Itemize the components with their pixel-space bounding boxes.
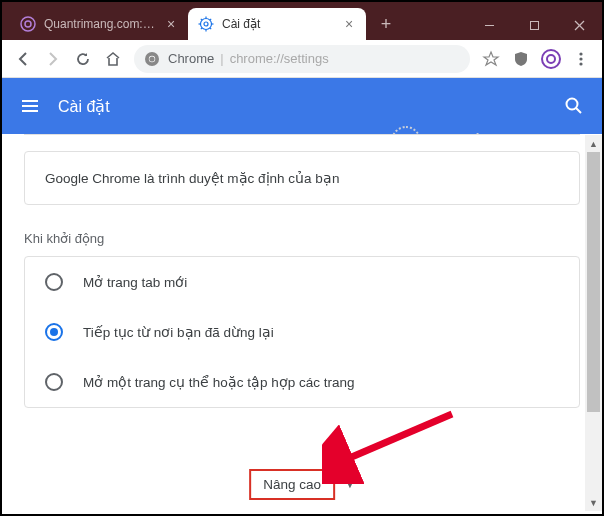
radio-label: Tiếp tục từ nơi bạn đã dừng lại <box>83 324 274 340</box>
settings-content: Google Chrome là trình duyệt mặc định củ… <box>2 134 602 514</box>
default-browser-card: Google Chrome là trình duyệt mặc định củ… <box>24 151 580 205</box>
address-bar[interactable]: Chrome | chrome://settings <box>134 45 470 73</box>
tab-quantrimang[interactable]: Quantrimang.com: Kiế × <box>10 8 188 40</box>
tab-title: Cài đặt <box>222 17 336 31</box>
advanced-button[interactable]: Nâng cao <box>249 469 335 500</box>
shield-icon[interactable] <box>506 44 536 74</box>
svg-point-21 <box>579 52 582 55</box>
svg-point-18 <box>149 56 154 61</box>
svg-point-0 <box>21 17 35 31</box>
radio-label: Mở trang tab mới <box>83 274 187 290</box>
forward-button[interactable] <box>38 44 68 74</box>
tab-title: Quantrimang.com: Kiế <box>44 17 158 31</box>
svg-point-27 <box>567 99 578 110</box>
startup-section-title: Khi khởi động <box>24 231 580 246</box>
scroll-thumb[interactable] <box>587 152 600 412</box>
window-controls <box>467 10 602 40</box>
svg-line-28 <box>576 108 581 113</box>
scrollbar[interactable]: ▲ ▼ <box>585 135 602 511</box>
search-button[interactable] <box>564 96 584 116</box>
reload-button[interactable] <box>68 44 98 74</box>
home-button[interactable] <box>98 44 128 74</box>
svg-point-19 <box>542 50 560 68</box>
startup-card: Mở trang tab mới Tiếp tục từ nơi bạn đã … <box>24 256 580 408</box>
svg-point-23 <box>579 62 582 65</box>
back-button[interactable] <box>8 44 38 74</box>
radio-icon <box>45 373 63 391</box>
radio-specific-pages[interactable]: Mở một trang cụ thể hoặc tập hợp các tra… <box>25 357 579 407</box>
default-browser-text: Google Chrome là trình duyệt mặc định củ… <box>45 171 339 186</box>
svg-point-3 <box>204 22 208 26</box>
menu-button[interactable] <box>566 44 596 74</box>
chevron-down-icon[interactable]: ▼ <box>345 479 355 490</box>
radio-icon <box>45 273 63 291</box>
bookmark-button[interactable] <box>476 44 506 74</box>
close-icon[interactable]: × <box>342 17 356 31</box>
svg-line-10 <box>201 28 202 29</box>
svg-point-22 <box>579 57 582 60</box>
hamburger-icon[interactable] <box>20 96 40 116</box>
url-text: chrome://settings <box>230 51 329 66</box>
tab-settings[interactable]: Cài đặt × <box>188 8 366 40</box>
browser-titlebar: Quantrimang.com: Kiế × Cài đặt × + <box>2 2 602 40</box>
svg-line-8 <box>201 19 202 20</box>
page-title: Cài đặt <box>58 97 110 116</box>
svg-rect-13 <box>531 21 539 29</box>
close-window-button[interactable] <box>557 10 602 40</box>
svg-point-1 <box>25 21 31 27</box>
browser-toolbar: Chrome | chrome://settings <box>2 40 602 78</box>
radio-icon <box>45 323 63 341</box>
gear-icon <box>198 16 214 32</box>
url-prefix: Chrome <box>168 51 214 66</box>
url-separator: | <box>220 51 223 66</box>
svg-line-9 <box>210 28 211 29</box>
favicon-quantrimang <box>20 16 36 32</box>
radio-continue[interactable]: Tiếp tục từ nơi bạn đã dừng lại <box>25 307 579 357</box>
profile-button[interactable] <box>536 44 566 74</box>
svg-point-20 <box>547 55 555 63</box>
scroll-up-icon[interactable]: ▲ <box>585 135 602 152</box>
radio-label: Mở một trang cụ thể hoặc tập hợp các tra… <box>83 374 355 390</box>
chrome-icon <box>144 51 160 67</box>
new-tab-button[interactable]: + <box>372 10 400 38</box>
scroll-down-icon[interactable]: ▼ <box>585 494 602 511</box>
advanced-section: Nâng cao ▼ <box>249 469 355 500</box>
close-icon[interactable]: × <box>164 17 178 31</box>
radio-open-new-tab[interactable]: Mở trang tab mới <box>25 257 579 307</box>
minimize-button[interactable] <box>467 10 512 40</box>
svg-line-11 <box>210 19 211 20</box>
maximize-button[interactable] <box>512 10 557 40</box>
